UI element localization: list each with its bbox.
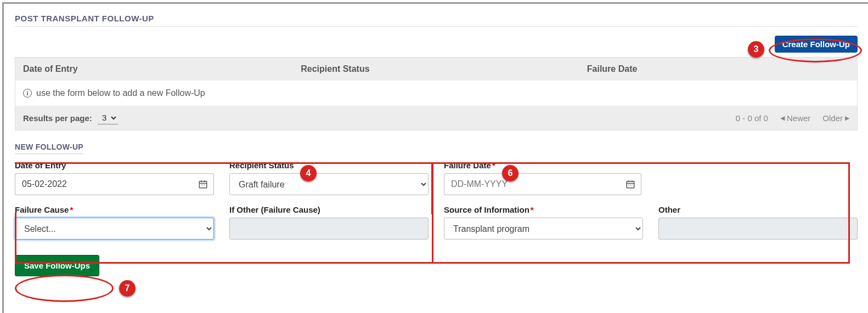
page-frame: POST TRANSPLANT FOLLOW-UP Create Follow-… bbox=[2, 2, 868, 313]
section-title: POST TRANSPLANT FOLLOW-UP bbox=[15, 14, 858, 27]
field-other: Other bbox=[658, 205, 858, 240]
svg-point-12 bbox=[630, 185, 631, 186]
pager: 0 - 0 of 0 ◀ Newer Older ▶ bbox=[736, 113, 849, 123]
followup-table: Date of Entry Recipient Status Failure D… bbox=[15, 57, 858, 130]
older-button[interactable]: Older ▶ bbox=[822, 113, 849, 123]
label-date-of-entry: Date of Entry bbox=[15, 161, 214, 170]
calendar-button-failure[interactable] bbox=[620, 173, 641, 195]
svg-point-6 bbox=[204, 185, 205, 186]
label-failure-date: Failure Date* bbox=[444, 161, 643, 170]
annotation-ring-7 bbox=[15, 275, 114, 302]
svg-point-5 bbox=[202, 185, 204, 186]
save-follow-ups-button[interactable]: Save Follow-Ups bbox=[15, 255, 99, 276]
col-recipient-status: Recipient Status bbox=[293, 58, 579, 81]
newer-label: Newer bbox=[787, 113, 810, 123]
top-actions: Create Follow-Up bbox=[15, 30, 858, 57]
label-failure-cause: Failure Cause* bbox=[15, 205, 214, 214]
field-date-of-entry: Date of Entry bbox=[15, 161, 214, 195]
chevron-right-icon: ▶ bbox=[845, 115, 849, 122]
select-recipient-status[interactable]: Graft failure bbox=[229, 173, 429, 195]
select-source-of-info[interactable]: Transplant program bbox=[444, 218, 643, 240]
empty-message: use the form below to add a new Follow-U… bbox=[36, 88, 205, 98]
field-recipient-status: Recipient Status Graft failure bbox=[229, 161, 429, 195]
svg-point-11 bbox=[628, 185, 629, 186]
table-footer: Results per page: 3 0 - 0 of 0 ◀ Newer O… bbox=[15, 106, 857, 130]
chevron-left-icon: ◀ bbox=[780, 115, 785, 122]
calendar-icon bbox=[625, 179, 635, 189]
table-header-row: Date of Entry Recipient Status Failure D… bbox=[15, 58, 857, 81]
results-label: Results per page: bbox=[23, 113, 92, 123]
label-source-of-info: Source of Information* bbox=[444, 205, 643, 214]
label-other: Other bbox=[658, 205, 858, 214]
field-if-other-cause: If Other (Failure Cause) bbox=[229, 205, 429, 240]
svg-point-13 bbox=[632, 185, 633, 186]
label-if-other-cause: If Other (Failure Cause) bbox=[229, 205, 429, 214]
newer-button[interactable]: ◀ Newer bbox=[780, 113, 810, 123]
older-label: Older bbox=[822, 113, 843, 123]
field-failure-cause: Failure Cause* Select... bbox=[15, 205, 214, 240]
page-range: 0 - 0 of 0 bbox=[736, 113, 768, 123]
calendar-icon bbox=[198, 179, 208, 189]
create-follow-up-button[interactable]: Create Follow-Up bbox=[775, 36, 858, 53]
field-source-of-info: Source of Information* Transplant progra… bbox=[444, 205, 643, 240]
followup-form: Date of Entry Recipient Status Graft fai… bbox=[15, 161, 858, 240]
calendar-button-entry[interactable] bbox=[193, 173, 214, 195]
label-recipient-status: Recipient Status bbox=[229, 161, 429, 170]
select-failure-cause[interactable]: Select... bbox=[15, 218, 214, 240]
new-followup-heading: NEW FOLLOW-UP bbox=[15, 143, 83, 154]
col-failure-date: Failure Date bbox=[579, 58, 857, 81]
annotation-badge-7: 7 bbox=[119, 280, 136, 297]
results-select[interactable]: 3 bbox=[98, 111, 118, 124]
input-failure-date[interactable] bbox=[444, 173, 620, 195]
col-date-of-entry: Date of Entry bbox=[15, 58, 293, 81]
results-per-page: Results per page: 3 bbox=[23, 111, 118, 124]
svg-point-4 bbox=[201, 185, 202, 186]
input-other bbox=[658, 218, 858, 240]
info-icon: i bbox=[23, 89, 32, 98]
table-empty-row: i use the form below to add a new Follow… bbox=[15, 81, 857, 106]
input-date-of-entry[interactable] bbox=[15, 173, 193, 195]
input-if-other-cause bbox=[229, 218, 429, 240]
field-failure-date: Failure Date* bbox=[444, 161, 643, 195]
